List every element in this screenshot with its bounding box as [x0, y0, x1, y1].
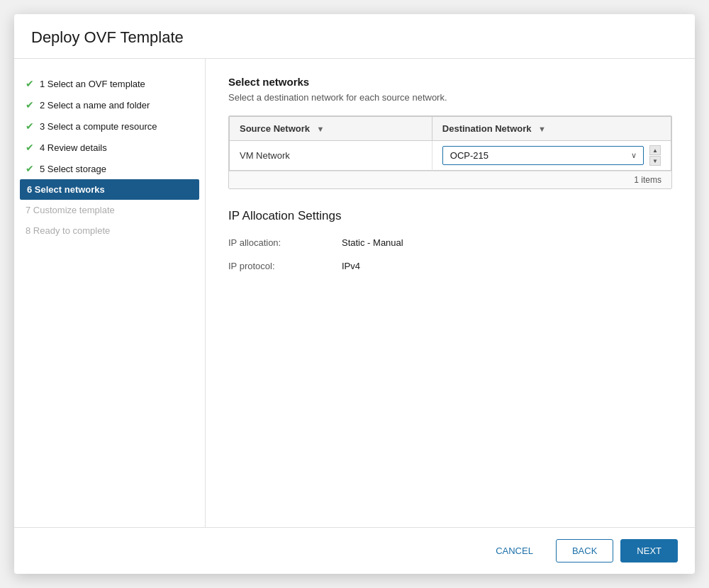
sidebar-step8-label: 8 Ready to complete — [26, 225, 110, 236]
sidebar-step7-label: 7 Customize template — [26, 205, 115, 215]
ip-allocation-row: IP allocation: Static - Manual — [228, 237, 672, 248]
scroll-controls: ▲ ▼ — [649, 145, 661, 166]
deploy-ovf-dialog: Deploy OVF Template ✔ 1 Select an OVF te… — [14, 14, 695, 574]
sidebar-item-step4[interactable]: ✔ 4 Review details — [14, 137, 205, 158]
section-desc: Select a destination network for each so… — [228, 92, 672, 103]
dialog-footer: CANCEL BACK NEXT — [14, 527, 695, 574]
check-icon-step4: ✔ — [26, 142, 34, 153]
items-count: 1 items — [634, 175, 661, 185]
dest-filter-icon: ▼ — [538, 125, 546, 133]
source-network-cell: VM Network — [230, 141, 432, 171]
check-icon-step5: ✔ — [26, 163, 34, 174]
sidebar-item-step8: 8 Ready to complete — [14, 220, 205, 241]
ip-protocol-row: IP protocol: IPv4 — [228, 261, 672, 271]
sidebar-item-step3[interactable]: ✔ 3 Select a compute resource — [14, 115, 205, 137]
source-network-value: VM Network — [240, 150, 290, 161]
network-table: Source Network ▼ Destination Network ▼ — [229, 116, 671, 171]
network-table-wrapper: Source Network ▼ Destination Network ▼ — [228, 115, 672, 189]
ip-section-title: IP Allocation Settings — [228, 209, 672, 223]
cancel-button[interactable]: CANCEL — [480, 540, 549, 562]
dialog-body: ✔ 1 Select an OVF template ✔ 2 Select a … — [14, 59, 695, 527]
sidebar-item-step2[interactable]: ✔ 2 Select a name and folder — [14, 94, 205, 115]
destination-dropdown-wrapper[interactable]: OCP-215 — [442, 146, 644, 165]
destination-network-cell: OCP-215 ▲ ▼ — [432, 141, 671, 170]
sidebar-step2-label: 2 Select a name and folder — [40, 100, 150, 111]
ip-allocation-value: Static - Manual — [342, 237, 403, 248]
destination-network-header: Destination Network ▼ — [432, 117, 671, 141]
check-icon-step1: ✔ — [26, 78, 34, 89]
source-network-header: Source Network ▼ — [230, 117, 432, 141]
section-title: Select networks — [228, 76, 672, 88]
next-button[interactable]: NEXT — [620, 539, 678, 562]
sidebar-item-step5[interactable]: ✔ 5 Select storage — [14, 158, 205, 179]
sidebar-step1-label: 1 Select an OVF template — [40, 79, 145, 89]
check-icon-step2: ✔ — [26, 99, 34, 111]
sidebar-step6-label: 6 Select networks — [27, 184, 105, 195]
table-row: VM Network OCP-215 ▲ ▼ — [230, 141, 671, 171]
dialog-title: Deploy OVF Template — [14, 14, 695, 59]
sidebar-item-step1[interactable]: ✔ 1 Select an OVF template — [14, 73, 205, 94]
ip-protocol-label: IP protocol: — [228, 261, 342, 271]
source-filter-icon: ▼ — [317, 125, 325, 133]
table-footer: 1 items — [229, 171, 671, 188]
sidebar-item-step6[interactable]: 6 Select networks — [20, 179, 199, 200]
sidebar-step5-label: 5 Select storage — [40, 164, 106, 174]
sidebar-step3-label: 3 Select a compute resource — [40, 121, 157, 132]
scroll-down-button[interactable]: ▼ — [649, 156, 661, 166]
ip-allocation-section: IP Allocation Settings IP allocation: St… — [228, 209, 672, 284]
sidebar: ✔ 1 Select an OVF template ✔ 2 Select a … — [14, 59, 206, 527]
main-content: Select networks Select a destination net… — [206, 59, 695, 527]
ip-protocol-value: IPv4 — [342, 261, 360, 271]
back-button[interactable]: BACK — [556, 539, 613, 562]
check-icon-step3: ✔ — [26, 120, 34, 132]
sidebar-item-step7: 7 Customize template — [14, 200, 205, 220]
sidebar-step4-label: 4 Review details — [40, 142, 107, 153]
scroll-up-button[interactable]: ▲ — [649, 145, 661, 155]
ip-allocation-label: IP allocation: — [228, 237, 342, 248]
destination-dropdown[interactable]: OCP-215 — [442, 146, 644, 165]
